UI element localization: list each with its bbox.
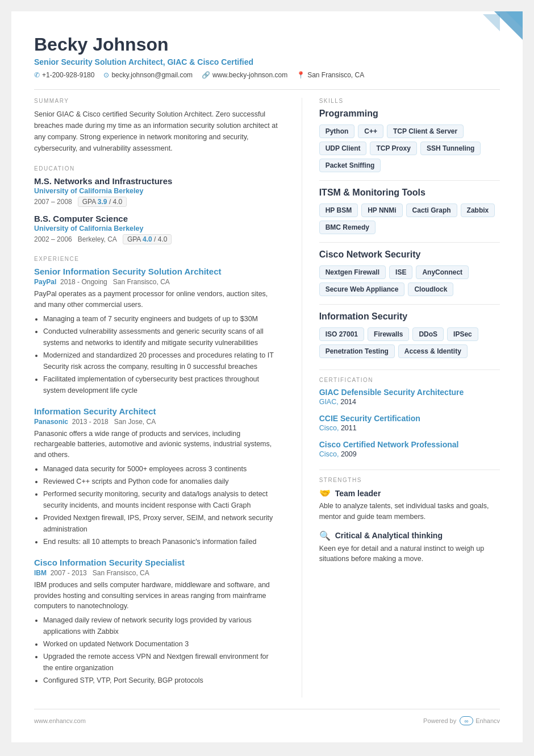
cert-org-2: Cisco, 2009 (319, 450, 500, 458)
edu-meta-1: 2002 – 2006 Berkeley, CA GPA 4.0 / 4.0 (34, 234, 279, 244)
edu-degree-0: M.S. Networks and Infrastructures (34, 176, 279, 186)
strength-item-0: 🤝 Team leader Able to analyze talents, s… (319, 488, 500, 522)
edu-school-0: University of California Berkeley (34, 187, 279, 195)
gpa-badge-0: GPA 3.9 / 4.0 (78, 197, 127, 207)
skill-tag: AnyConnect (416, 265, 469, 279)
strength-item-1: 🔍 Critical & Analytical thinking Keen ey… (319, 530, 500, 565)
cert-label: CERTIFICATION (319, 377, 500, 383)
deco-triangles-top (454, 11, 523, 57)
skill-tag: ISE (389, 265, 412, 279)
bullet: Managed daily review of network security… (43, 614, 279, 637)
footer: www.enhancv.com Powered by ∞ Enhancv (34, 709, 500, 725)
strengths-label: STRENGTHS (319, 477, 500, 483)
exp-item-2: Cisco Information Security Specialist IB… (34, 558, 279, 686)
cert-org-0: GIAC, 2014 (319, 398, 500, 406)
skill-tag: Penetration Testing (319, 344, 395, 358)
skills-cisco-title: Cisco Network Security (319, 250, 500, 260)
skills-itsm-tags: HP BSM HP NNMi Cacti Graph Zabbix BMC Re… (319, 203, 500, 234)
education-section: EDUCATION M.S. Networks and Infrastructu… (34, 165, 279, 244)
skills-infosec: Information Security ISO 27001 Firewalls… (319, 311, 500, 358)
strength-title-row-0: 🤝 Team leader (319, 488, 500, 499)
bullet: Performed security monitoring, security … (43, 488, 279, 511)
main-content: SUMMARY Senior GIAC & Cisco certified Se… (34, 98, 500, 697)
skill-tag: TCP Client & Server (387, 124, 464, 138)
right-divider-cert (319, 369, 500, 370)
strength-title-0: Team leader (335, 489, 381, 498)
skill-tag: DDoS (412, 327, 444, 341)
strength-title-row-1: 🔍 Critical & Analytical thinking (319, 530, 500, 541)
skill-tag: TCP Proxy (370, 142, 416, 155)
resume-container: Becky Johnson Senior Security Solution A… (11, 11, 523, 742)
edu-degree-1: B.S. Computer Science (34, 214, 279, 223)
skills-divider-3 (319, 304, 500, 305)
skill-tag: Access & Identity (398, 344, 468, 358)
summary-text: Senior GIAC & Cisco certified Security S… (34, 109, 279, 154)
experience-section: EXPERIENCE Senior Information Security S… (34, 256, 279, 686)
contact-website: 🔗 www.becky-johnson.com (202, 71, 287, 79)
edu-item-0: M.S. Networks and Infrastructures Univer… (34, 176, 279, 207)
bullet: Modernized and standardized 20 processes… (43, 350, 279, 372)
exp-title-2: Cisco Information Security Specialist (34, 558, 279, 567)
skill-tag: Cloudlock (408, 283, 453, 296)
gpa-badge-1: GPA 4.0 / 4.0 (123, 234, 172, 244)
skills-divider-2 (319, 242, 500, 243)
exp-title-0: Senior Information Security Solution Arc… (34, 267, 279, 276)
contact-location: 📍 San Fransisco, CA (297, 71, 364, 79)
skills-cisco: Cisco Network Security Nextgen Firewall … (319, 250, 500, 296)
skill-tag: Cacti Graph (406, 203, 457, 217)
right-column: SKILLS Programming Python C++ TCP Client… (302, 98, 500, 697)
summary-section: SUMMARY Senior GIAC & Cisco certified Se… (34, 98, 279, 154)
exp-meta-1: Panasonic 2013 - 2018 San Jose, CA (34, 418, 279, 426)
skill-tag: UDP Client (319, 142, 367, 155)
footer-website: www.enhancv.com (34, 717, 86, 724)
summary-label: SUMMARY (34, 98, 279, 104)
skill-tag: SSH Tunneling (420, 142, 481, 155)
exp-meta-0: PayPal 2018 - Ongoing San Fransisco, CA (34, 278, 279, 286)
strength-icon-0: 🤝 (319, 488, 331, 499)
cert-item-0: GIAC Defensible Security Architecture GI… (319, 388, 500, 406)
skills-infosec-tags: ISO 27001 Firewalls DDoS IPSec Penetrati… (319, 327, 500, 358)
exp-desc-2: IBM produces and sells computer hardware… (34, 580, 279, 612)
strengths-section: STRENGTHS 🤝 Team leader Able to analyze … (319, 477, 500, 564)
cert-title-0: GIAC Defensible Security Architecture (319, 388, 500, 397)
skill-tag: BMC Remedy (319, 221, 376, 234)
exp-bullets-2: Managed daily review of network security… (43, 614, 279, 686)
location-icon: 📍 (297, 71, 305, 79)
phone-icon: ✆ (34, 71, 40, 79)
skill-tag: ISO 27001 (319, 327, 364, 341)
skills-divider-1 (319, 180, 500, 181)
bullet: Worked on updated Network Documentation … (43, 638, 279, 650)
experience-label: EXPERIENCE (34, 256, 279, 262)
header-divider (34, 89, 500, 90)
cert-item-1: CCIE Security Certification Cisco, 2011 (319, 414, 500, 432)
edu-meta-0: 2007 – 2008 GPA 3.9 / 4.0 (34, 197, 279, 207)
contact-phone: ✆ +1-200-928-9180 (34, 71, 94, 79)
exp-bullets-0: Managing a team of 7 security engineers … (43, 313, 279, 396)
link-icon: 🔗 (202, 71, 210, 79)
skill-tag: Secure Web Appliance (319, 283, 405, 296)
strength-desc-1: Keen eye for detail and a natural instin… (319, 543, 500, 565)
cert-org-1: Cisco, 2011 (319, 424, 500, 432)
skills-itsm: ITSM & Monitoring Tools HP BSM HP NNMi C… (319, 188, 500, 234)
enhancv-logo: ∞ Enhancv (460, 716, 500, 725)
skill-tag: HP NNMi (361, 203, 402, 217)
education-label: EDUCATION (34, 165, 279, 172)
skills-label: SKILLS (319, 98, 500, 104)
cert-item-2: Cisco Certified Network Professional Cis… (319, 440, 500, 458)
edu-item-1: B.S. Computer Science University of Cali… (34, 214, 279, 244)
skill-tag: Python (319, 124, 355, 138)
strength-title-1: Critical & Analytical thinking (335, 531, 443, 540)
skill-tag: IPSec (447, 327, 478, 341)
header-section: Becky Johnson Senior Security Solution A… (34, 34, 500, 79)
enhancv-mark: ∞ (460, 716, 473, 725)
cert-title-2: Cisco Certified Network Professional (319, 440, 500, 449)
contact-email: ⊙ becky.johnson@gmail.com (103, 71, 193, 79)
exp-desc-1: Panasonic offers a wide range of product… (34, 429, 279, 460)
skills-itsm-title: ITSM & Monitoring Tools (319, 188, 500, 198)
strength-icon-1: 🔍 (319, 530, 331, 541)
svg-marker-2 (483, 14, 500, 31)
bullet: Reviewed C++ scripts and Python code for… (43, 476, 279, 487)
exp-title-1: Information Security Architect (34, 406, 279, 416)
bullet: Upgraded the remote access VPN and Nextg… (43, 651, 279, 674)
skills-programming-title: Programming (319, 109, 500, 119)
